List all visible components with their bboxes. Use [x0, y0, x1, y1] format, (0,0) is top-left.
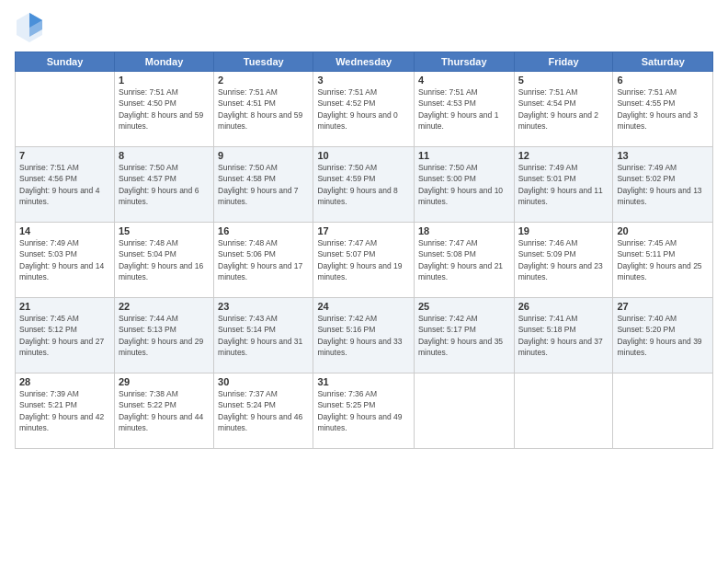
calendar-cell: 6Sunrise: 7:51 AMSunset: 4:55 PMDaylight… [613, 72, 713, 147]
day-info: Sunrise: 7:50 AMSunset: 4:58 PMDaylight:… [218, 162, 309, 207]
day-info: Sunrise: 7:46 AMSunset: 5:09 PMDaylight:… [518, 237, 609, 282]
day-info: Sunrise: 7:42 AMSunset: 5:17 PMDaylight:… [418, 313, 510, 358]
day-info: Sunrise: 7:42 AMSunset: 5:16 PMDaylight:… [317, 313, 410, 358]
calendar-cell: 16Sunrise: 7:48 AMSunset: 5:06 PMDayligh… [214, 223, 313, 298]
day-info: Sunrise: 7:51 AMSunset: 4:55 PMDaylight:… [617, 86, 709, 132]
day-number: 29 [119, 376, 210, 387]
day-number: 23 [218, 301, 309, 312]
calendar-cell: 26Sunrise: 7:41 AMSunset: 5:18 PMDayligh… [514, 298, 613, 373]
day-number: 4 [418, 75, 510, 86]
calendar-cell: 2Sunrise: 7:51 AMSunset: 4:51 PMDaylight… [214, 72, 313, 147]
calendar-cell: 5Sunrise: 7:51 AMSunset: 4:54 PMDaylight… [514, 72, 613, 147]
day-number: 11 [418, 150, 510, 161]
day-header-wednesday: Wednesday [313, 52, 415, 72]
calendar-cell: 19Sunrise: 7:46 AMSunset: 5:09 PMDayligh… [514, 223, 613, 298]
day-number: 7 [19, 150, 110, 161]
day-info: Sunrise: 7:50 AMSunset: 4:57 PMDaylight:… [119, 162, 210, 207]
day-info: Sunrise: 7:43 AMSunset: 5:14 PMDaylight:… [218, 313, 309, 358]
calendar-cell: 27Sunrise: 7:40 AMSunset: 5:20 PMDayligh… [613, 298, 713, 373]
day-info: Sunrise: 7:49 AMSunset: 5:02 PMDaylight:… [617, 162, 709, 207]
day-info: Sunrise: 7:40 AMSunset: 5:20 PMDaylight:… [617, 313, 709, 358]
day-info: Sunrise: 7:48 AMSunset: 5:06 PMDaylight:… [218, 237, 309, 282]
day-number: 24 [317, 301, 410, 312]
logo [15, 11, 46, 48]
day-number: 9 [218, 150, 309, 161]
day-number: 18 [418, 225, 510, 236]
day-number: 21 [19, 301, 110, 312]
day-number: 2 [218, 75, 309, 86]
calendar-table: SundayMondayTuesdayWednesdayThursdayFrid… [15, 52, 713, 449]
page: SundayMondayTuesdayWednesdayThursdayFrid… [0, 0, 728, 563]
day-header-monday: Monday [114, 52, 213, 72]
calendar-cell: 20Sunrise: 7:45 AMSunset: 5:11 PMDayligh… [613, 223, 713, 298]
day-info: Sunrise: 7:51 AMSunset: 4:50 PMDaylight:… [119, 86, 210, 132]
calendar-cell: 25Sunrise: 7:42 AMSunset: 5:17 PMDayligh… [414, 298, 514, 373]
day-number: 15 [119, 225, 210, 236]
day-info: Sunrise: 7:51 AMSunset: 4:53 PMDaylight:… [418, 86, 510, 132]
day-info: Sunrise: 7:41 AMSunset: 5:18 PMDaylight:… [518, 313, 609, 358]
day-header-sunday: Sunday [16, 52, 115, 72]
calendar-cell: 18Sunrise: 7:47 AMSunset: 5:08 PMDayligh… [414, 223, 514, 298]
day-number: 19 [518, 225, 609, 236]
calendar-cell: 7Sunrise: 7:51 AMSunset: 4:56 PMDaylight… [16, 147, 115, 223]
day-info: Sunrise: 7:51 AMSunset: 4:54 PMDaylight:… [518, 86, 609, 132]
calendar-cell: 11Sunrise: 7:50 AMSunset: 5:00 PMDayligh… [414, 147, 514, 223]
day-info: Sunrise: 7:45 AMSunset: 5:11 PMDaylight:… [617, 237, 709, 282]
day-info: Sunrise: 7:51 AMSunset: 4:56 PMDaylight:… [19, 162, 110, 207]
day-info: Sunrise: 7:39 AMSunset: 5:21 PMDaylight:… [19, 388, 110, 433]
day-info: Sunrise: 7:44 AMSunset: 5:13 PMDaylight:… [119, 313, 210, 358]
day-number: 8 [119, 150, 210, 161]
day-info: Sunrise: 7:47 AMSunset: 5:07 PMDaylight:… [317, 237, 410, 282]
day-header-thursday: Thursday [414, 52, 514, 72]
day-number: 26 [518, 301, 609, 312]
calendar-cell: 22Sunrise: 7:44 AMSunset: 5:13 PMDayligh… [114, 298, 213, 373]
day-number: 14 [19, 225, 110, 236]
calendar-cell: 9Sunrise: 7:50 AMSunset: 4:58 PMDaylight… [214, 147, 313, 223]
day-info: Sunrise: 7:48 AMSunset: 5:04 PMDaylight:… [119, 237, 210, 282]
logo-icon [15, 11, 44, 48]
day-info: Sunrise: 7:37 AMSunset: 5:24 PMDaylight:… [218, 388, 309, 433]
calendar-cell: 17Sunrise: 7:47 AMSunset: 5:07 PMDayligh… [313, 223, 415, 298]
calendar-cell: 4Sunrise: 7:51 AMSunset: 4:53 PMDaylight… [414, 72, 514, 147]
calendar-cell: 30Sunrise: 7:37 AMSunset: 5:24 PMDayligh… [214, 373, 313, 449]
day-header-friday: Friday [514, 52, 613, 72]
calendar-cell [613, 373, 713, 449]
day-info: Sunrise: 7:45 AMSunset: 5:12 PMDaylight:… [19, 313, 110, 358]
day-number: 22 [119, 301, 210, 312]
day-header-saturday: Saturday [613, 52, 713, 72]
calendar-cell: 24Sunrise: 7:42 AMSunset: 5:16 PMDayligh… [313, 298, 415, 373]
day-number: 5 [518, 75, 609, 86]
calendar-cell: 28Sunrise: 7:39 AMSunset: 5:21 PMDayligh… [16, 373, 115, 449]
day-info: Sunrise: 7:51 AMSunset: 4:52 PMDaylight:… [317, 86, 410, 132]
day-number: 28 [19, 376, 110, 387]
calendar-cell [514, 373, 613, 449]
day-info: Sunrise: 7:50 AMSunset: 4:59 PMDaylight:… [317, 162, 410, 207]
day-info: Sunrise: 7:51 AMSunset: 4:51 PMDaylight:… [218, 86, 309, 132]
day-number: 30 [218, 376, 309, 387]
calendar-cell: 10Sunrise: 7:50 AMSunset: 4:59 PMDayligh… [313, 147, 415, 223]
calendar-cell: 29Sunrise: 7:38 AMSunset: 5:22 PMDayligh… [114, 373, 213, 449]
calendar-header: SundayMondayTuesdayWednesdayThursdayFrid… [16, 52, 713, 72]
day-number: 1 [119, 75, 210, 86]
calendar-cell: 8Sunrise: 7:50 AMSunset: 4:57 PMDaylight… [114, 147, 213, 223]
day-info: Sunrise: 7:50 AMSunset: 5:00 PMDaylight:… [418, 162, 510, 207]
calendar-cell: 21Sunrise: 7:45 AMSunset: 5:12 PMDayligh… [16, 298, 115, 373]
day-number: 27 [617, 301, 709, 312]
calendar-cell [16, 72, 115, 147]
calendar-cell: 12Sunrise: 7:49 AMSunset: 5:01 PMDayligh… [514, 147, 613, 223]
calendar-cell: 31Sunrise: 7:36 AMSunset: 5:25 PMDayligh… [313, 373, 415, 449]
calendar-cell: 1Sunrise: 7:51 AMSunset: 4:50 PMDaylight… [114, 72, 213, 147]
day-info: Sunrise: 7:38 AMSunset: 5:22 PMDaylight:… [119, 388, 210, 433]
calendar-cell: 13Sunrise: 7:49 AMSunset: 5:02 PMDayligh… [613, 147, 713, 223]
calendar-cell: 23Sunrise: 7:43 AMSunset: 5:14 PMDayligh… [214, 298, 313, 373]
day-number: 10 [317, 150, 410, 161]
calendar-cell: 15Sunrise: 7:48 AMSunset: 5:04 PMDayligh… [114, 223, 213, 298]
day-info: Sunrise: 7:47 AMSunset: 5:08 PMDaylight:… [418, 237, 510, 282]
day-header-tuesday: Tuesday [214, 52, 313, 72]
calendar-cell [414, 373, 514, 449]
calendar-cell: 3Sunrise: 7:51 AMSunset: 4:52 PMDaylight… [313, 72, 415, 147]
day-number: 3 [317, 75, 410, 86]
calendar-cell: 14Sunrise: 7:49 AMSunset: 5:03 PMDayligh… [16, 223, 115, 298]
day-info: Sunrise: 7:49 AMSunset: 5:01 PMDaylight:… [518, 162, 609, 207]
day-number: 6 [617, 75, 709, 86]
